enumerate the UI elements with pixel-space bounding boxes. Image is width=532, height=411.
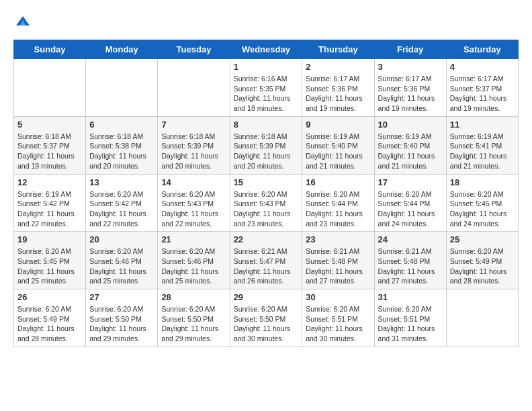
day-number: 9 <box>306 120 370 130</box>
weekday-header-wednesday: Wednesday <box>230 40 302 59</box>
day-number: 31 <box>378 292 443 302</box>
logo-text <box>13 13 31 33</box>
week-row-3: 12Sunrise: 6:19 AMSunset: 5:42 PMDayligh… <box>14 174 519 232</box>
week-row-2: 5Sunrise: 6:18 AMSunset: 5:37 PMDaylight… <box>14 116 519 174</box>
day-number: 17 <box>378 177 443 187</box>
calendar-cell: 29Sunrise: 6:20 AMSunset: 5:50 PMDayligh… <box>230 289 302 347</box>
weekday-header-row: SundayMondayTuesdayWednesdayThursdayFrid… <box>14 40 519 59</box>
day-info: Sunrise: 6:20 AMSunset: 5:43 PMDaylight:… <box>161 189 226 229</box>
day-info: Sunrise: 6:20 AMSunset: 5:43 PMDaylight:… <box>234 189 299 229</box>
day-number: 21 <box>161 234 226 244</box>
calendar-table: SundayMondayTuesdayWednesdayThursdayFrid… <box>13 40 519 347</box>
day-info: Sunrise: 6:17 AMSunset: 5:36 PMDaylight:… <box>306 74 370 113</box>
calendar-cell: 12Sunrise: 6:19 AMSunset: 5:42 PMDayligh… <box>14 174 86 232</box>
day-info: Sunrise: 6:19 AMSunset: 5:40 PMDaylight:… <box>378 132 443 171</box>
day-number: 13 <box>89 177 154 187</box>
calendar-cell: 15Sunrise: 6:20 AMSunset: 5:43 PMDayligh… <box>230 174 302 232</box>
day-info: Sunrise: 6:20 AMSunset: 5:46 PMDaylight:… <box>161 246 226 286</box>
day-number: 5 <box>17 120 82 130</box>
day-info: Sunrise: 6:21 AMSunset: 5:47 PMDaylight:… <box>234 246 299 286</box>
calendar-cell: 31Sunrise: 6:20 AMSunset: 5:51 PMDayligh… <box>374 289 446 347</box>
day-number: 10 <box>378 120 443 130</box>
calendar-cell: 4Sunrise: 6:17 AMSunset: 5:37 PMDaylight… <box>446 59 518 117</box>
day-number: 11 <box>450 120 515 130</box>
calendar-cell: 21Sunrise: 6:20 AMSunset: 5:46 PMDayligh… <box>158 232 230 289</box>
calendar-cell: 23Sunrise: 6:21 AMSunset: 5:48 PMDayligh… <box>302 232 374 289</box>
day-number: 19 <box>17 234 82 244</box>
day-info: Sunrise: 6:17 AMSunset: 5:37 PMDaylight:… <box>450 74 515 113</box>
day-number: 15 <box>234 177 299 187</box>
calendar-cell: 6Sunrise: 6:18 AMSunset: 5:38 PMDaylight… <box>86 116 158 174</box>
calendar-cell: 27Sunrise: 6:20 AMSunset: 5:50 PMDayligh… <box>86 289 158 347</box>
day-info: Sunrise: 6:20 AMSunset: 5:45 PMDaylight:… <box>450 189 515 229</box>
day-number: 4 <box>450 62 515 72</box>
calendar-cell: 24Sunrise: 6:21 AMSunset: 5:48 PMDayligh… <box>374 232 446 289</box>
logo-icon <box>15 13 31 30</box>
day-number: 24 <box>378 234 443 244</box>
day-info: Sunrise: 6:19 AMSunset: 5:41 PMDaylight:… <box>450 132 515 171</box>
header <box>13 13 519 33</box>
calendar-cell: 25Sunrise: 6:20 AMSunset: 5:49 PMDayligh… <box>446 232 518 289</box>
day-number: 2 <box>306 62 370 72</box>
day-info: Sunrise: 6:18 AMSunset: 5:38 PMDaylight:… <box>89 132 154 171</box>
calendar-cell: 14Sunrise: 6:20 AMSunset: 5:43 PMDayligh… <box>158 174 230 232</box>
day-number: 25 <box>450 234 515 244</box>
logo <box>13 13 31 33</box>
weekday-header-tuesday: Tuesday <box>158 40 230 59</box>
day-info: Sunrise: 6:21 AMSunset: 5:48 PMDaylight:… <box>306 246 370 286</box>
day-number: 26 <box>17 292 82 302</box>
calendar-cell: 26Sunrise: 6:20 AMSunset: 5:49 PMDayligh… <box>14 289 86 347</box>
calendar-cell: 19Sunrise: 6:20 AMSunset: 5:45 PMDayligh… <box>14 232 86 289</box>
calendar-cell <box>446 289 518 347</box>
day-info: Sunrise: 6:20 AMSunset: 5:50 PMDaylight:… <box>161 304 226 344</box>
weekday-header-monday: Monday <box>86 40 158 59</box>
day-number: 28 <box>161 292 226 302</box>
week-row-5: 26Sunrise: 6:20 AMSunset: 5:49 PMDayligh… <box>14 289 519 347</box>
calendar-cell: 20Sunrise: 6:20 AMSunset: 5:46 PMDayligh… <box>86 232 158 289</box>
day-number: 29 <box>234 292 299 302</box>
weekday-header-friday: Friday <box>374 40 446 59</box>
day-number: 30 <box>306 292 370 302</box>
day-info: Sunrise: 6:20 AMSunset: 5:44 PMDaylight:… <box>306 189 370 229</box>
day-number: 27 <box>89 292 154 302</box>
calendar-cell: 17Sunrise: 6:20 AMSunset: 5:44 PMDayligh… <box>374 174 446 232</box>
calendar-cell <box>158 59 230 117</box>
day-number: 1 <box>234 62 299 72</box>
calendar-cell: 30Sunrise: 6:20 AMSunset: 5:51 PMDayligh… <box>302 289 374 347</box>
day-info: Sunrise: 6:16 AMSunset: 5:35 PMDaylight:… <box>234 74 299 113</box>
day-info: Sunrise: 6:19 AMSunset: 5:42 PMDaylight:… <box>17 189 82 229</box>
day-number: 23 <box>306 234 370 244</box>
day-number: 12 <box>17 177 82 187</box>
weekday-header-sunday: Sunday <box>14 40 86 59</box>
calendar-cell <box>86 59 158 117</box>
day-number: 18 <box>450 177 515 187</box>
calendar-cell: 13Sunrise: 6:20 AMSunset: 5:42 PMDayligh… <box>86 174 158 232</box>
calendar-cell: 11Sunrise: 6:19 AMSunset: 5:41 PMDayligh… <box>446 116 518 174</box>
day-number: 14 <box>161 177 226 187</box>
day-number: 6 <box>89 120 154 130</box>
day-info: Sunrise: 6:19 AMSunset: 5:40 PMDaylight:… <box>306 132 370 171</box>
calendar-cell: 10Sunrise: 6:19 AMSunset: 5:40 PMDayligh… <box>374 116 446 174</box>
day-number: 3 <box>378 62 443 72</box>
calendar-cell: 3Sunrise: 6:17 AMSunset: 5:36 PMDaylight… <box>374 59 446 117</box>
calendar-cell: 9Sunrise: 6:19 AMSunset: 5:40 PMDaylight… <box>302 116 374 174</box>
calendar-cell: 1Sunrise: 6:16 AMSunset: 5:35 PMDaylight… <box>230 59 302 117</box>
day-number: 20 <box>89 234 154 244</box>
day-info: Sunrise: 6:20 AMSunset: 5:45 PMDaylight:… <box>17 246 82 286</box>
day-info: Sunrise: 6:20 AMSunset: 5:50 PMDaylight:… <box>89 304 154 344</box>
calendar-cell: 2Sunrise: 6:17 AMSunset: 5:36 PMDaylight… <box>302 59 374 117</box>
week-row-4: 19Sunrise: 6:20 AMSunset: 5:45 PMDayligh… <box>14 232 519 289</box>
day-info: Sunrise: 6:20 AMSunset: 5:44 PMDaylight:… <box>378 189 443 229</box>
day-info: Sunrise: 6:20 AMSunset: 5:51 PMDaylight:… <box>306 304 370 344</box>
day-info: Sunrise: 6:20 AMSunset: 5:49 PMDaylight:… <box>450 246 515 286</box>
day-info: Sunrise: 6:17 AMSunset: 5:36 PMDaylight:… <box>378 74 443 113</box>
day-info: Sunrise: 6:18 AMSunset: 5:37 PMDaylight:… <box>17 132 82 171</box>
day-info: Sunrise: 6:20 AMSunset: 5:42 PMDaylight:… <box>89 189 154 229</box>
day-info: Sunrise: 6:18 AMSunset: 5:39 PMDaylight:… <box>234 132 299 171</box>
day-number: 8 <box>234 120 299 130</box>
calendar-cell: 28Sunrise: 6:20 AMSunset: 5:50 PMDayligh… <box>158 289 230 347</box>
week-row-1: 1Sunrise: 6:16 AMSunset: 5:35 PMDaylight… <box>14 59 519 117</box>
day-info: Sunrise: 6:18 AMSunset: 5:39 PMDaylight:… <box>161 132 226 171</box>
calendar-cell: 22Sunrise: 6:21 AMSunset: 5:47 PMDayligh… <box>230 232 302 289</box>
weekday-header-thursday: Thursday <box>302 40 374 59</box>
